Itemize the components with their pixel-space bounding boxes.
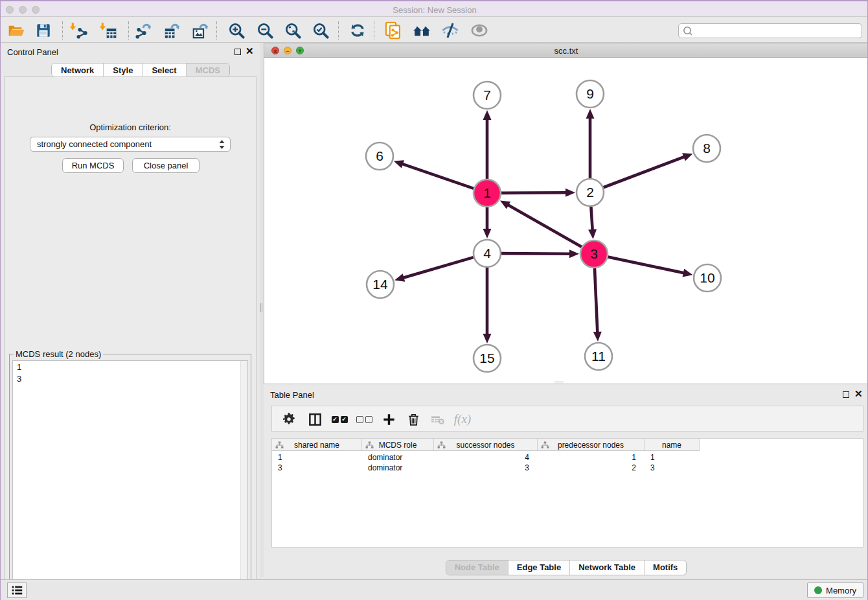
save-session-button[interactable] [34,21,53,40]
network-view-title: scc.txt [264,46,868,56]
graph-node-label: 8 [703,141,711,156]
optimization-criterion-label: Optimization criterion: [5,122,256,132]
run-mcds-button[interactable]: Run MCDS [62,158,124,173]
optimization-criterion-select[interactable]: strongly connected component [30,137,231,152]
tab-node-table[interactable]: Node Table [446,560,508,575]
combo-stepper-icon [218,139,225,150]
control-panel-float-button[interactable] [234,49,241,55]
import-network-icon [70,22,87,40]
graph-node-label: 7 [483,87,491,102]
export-table-button[interactable] [162,21,181,40]
table-header-row: shared name MCDS role successor nodes pr… [272,439,700,451]
open-session-button[interactable] [6,21,26,40]
table-row[interactable]: 3 dominator 3 2 3 [272,463,700,473]
zoom-out-button[interactable] [255,21,275,40]
graph-edge-1-2[interactable] [501,192,567,193]
columns-icon [308,412,323,427]
copy-network-button[interactable] [383,21,403,40]
cell-name: 1 [645,452,700,463]
unchecked-box-icon [356,416,363,423]
add-column-button[interactable] [380,410,398,428]
graph-edge-arrowhead [483,229,492,238]
divider-handle-horizontal[interactable] [554,382,564,384]
column-header-name[interactable]: name [645,439,700,451]
graph-edge-3-11[interactable] [595,268,597,333]
export-image-icon [192,22,209,40]
hide-selected-button[interactable] [440,21,460,40]
network-graph[interactable]: 1234678910111415 [264,58,868,384]
graph-edge-4-14[interactable] [403,257,474,278]
home-button[interactable] [412,21,431,40]
tab-edge-table[interactable]: Edge Table [508,560,570,575]
control-panel-close-button[interactable]: ✕ [246,46,254,56]
tab-style[interactable]: Style [104,63,143,76]
cell-mcds-role: dominator [362,463,434,473]
divider-handle[interactable] [260,303,262,312]
column-header-successor-nodes[interactable]: successor nodes [434,439,538,451]
export-network-button[interactable] [133,21,153,40]
main-toolbar [1,18,868,43]
graph-edge-4-3[interactable] [501,253,571,254]
graph-edge-2-3[interactable] [591,207,592,231]
table-panel-float-button[interactable] [843,391,849,398]
delete-column-button[interactable] [404,410,422,428]
toolbar-separator [374,21,374,40]
import-network-button[interactable] [69,21,88,40]
graph-edge-3-1[interactable] [507,205,582,247]
zoom-in-button[interactable] [227,21,246,40]
result-scrollbar[interactable] [240,361,247,598]
mcds-result-list[interactable]: 1 3 [12,360,248,599]
import-table-button[interactable] [98,21,118,40]
table-settings-button[interactable] [280,410,298,428]
zoom-out-icon [257,22,274,40]
tab-mcds[interactable]: MCDS [187,63,229,76]
status-bar: Memory [1,579,868,600]
tab-network-table[interactable]: Network Table [570,560,645,575]
select-all-button[interactable]: ✓ ✓ [330,410,348,428]
control-panel-tabs: Network Style Select MCDS [51,63,230,77]
column-panel-button[interactable] [306,410,324,428]
column-header-shared-name[interactable]: shared name [272,439,362,451]
column-header-predecessor-nodes[interactable]: predecessor nodes [538,439,645,451]
delete-table-button[interactable] [429,410,447,428]
close-panel-button[interactable]: Close panel [132,158,200,173]
graph-node-label: 11 [591,349,606,363]
cell-successor-nodes: 4 [434,452,538,463]
graph-edge-arrowhead [593,332,602,341]
graph-edge-arrowhead [682,269,692,277]
table-panel-close-button[interactable]: ✕ [854,389,863,399]
control-panel-title: Control Panel [7,47,58,57]
task-history-button[interactable] [7,583,27,598]
toolbar-separator [216,21,217,40]
zoom-selected-button[interactable] [311,21,330,40]
mcds-result-title: MCDS result (2 nodes) [14,349,103,359]
graph-edge-2-8[interactable] [604,157,685,188]
houses-icon [413,21,431,40]
refresh-button[interactable] [348,21,367,40]
deselect-all-button[interactable] [355,410,373,428]
list-icon [10,583,24,597]
graph-edge-1-6[interactable] [402,164,474,189]
search-input[interactable] [693,25,862,37]
graph-edge-arrowhead [588,229,597,239]
table-toolbar: ✓ ✓ [271,406,863,432]
hierarchy-icon [437,441,446,449]
function-builder-button[interactable]: f(x) [453,410,472,428]
show-all-button[interactable] [470,21,489,40]
zoom-selected-icon [312,22,330,40]
graph-edge-3-10[interactable] [608,257,685,273]
tab-network[interactable]: Network [52,63,104,76]
toolbar-separator [62,21,63,40]
tab-motifs[interactable]: Motifs [645,560,686,575]
graph-edge-arrowhead [483,334,492,343]
network-view-titlebar[interactable]: x – + scc.txt [264,43,868,58]
tab-select[interactable]: Select [143,63,186,76]
zoom-fit-button[interactable] [283,21,303,40]
table-panel-title: Table Panel [270,390,314,400]
export-image-button[interactable] [190,21,210,40]
table-row[interactable]: 1 dominator 4 1 1 [272,452,700,463]
column-header-mcds-role[interactable]: MCDS role [362,439,434,451]
table-panel-header: Table Panel ✕ [264,386,868,404]
eye-slash-icon [441,21,459,40]
memory-button[interactable]: Memory [807,583,863,598]
